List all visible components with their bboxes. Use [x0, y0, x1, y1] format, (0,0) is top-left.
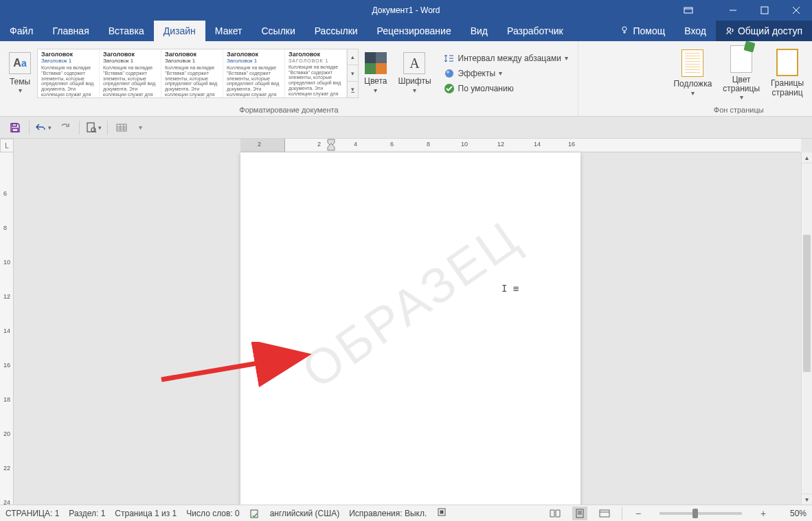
status-macro[interactable] [436, 507, 447, 520]
watermark-icon [681, 49, 703, 77]
customize-qat-button[interactable]: ▾ [135, 119, 145, 136]
save-button[interactable] [7, 119, 23, 136]
quick-access-toolbar: ▾ ▾ ▾ [0, 117, 812, 139]
zoom-slider-handle[interactable] [692, 509, 698, 518]
status-word-count[interactable]: Число слов: 0 [186, 509, 239, 518]
set-default-button[interactable]: По умолчанию [441, 82, 571, 95]
watermark-button[interactable]: Подложка ▾ [668, 45, 717, 102]
checkmark-icon [444, 83, 455, 94]
zoom-level[interactable]: 50% [779, 509, 807, 518]
style-thumb[interactable]: ЗаголовокЗаголовок 1Коллекция на вкладке… [38, 49, 100, 97]
fonts-icon: A [403, 52, 425, 74]
tab-insert[interactable]: Вставка [99, 21, 154, 41]
style-thumb[interactable]: ЗаголовокЗаголовок 1Коллекция на вкладке… [223, 49, 285, 97]
fonts-label: Шрифты [398, 77, 431, 86]
tell-me-label: Помощ [633, 25, 665, 36]
maximize-button[interactable] [749, 0, 780, 21]
themes-button[interactable]: Aa Темы ▾ [3, 45, 37, 102]
group-label-formatting: Форматирование документа [3, 104, 575, 116]
page-borders-button[interactable]: Границы страниц [765, 45, 809, 102]
web-layout-button[interactable] [597, 507, 612, 520]
document-page[interactable]: ОБРАЗЕЦ I ≡ [240, 152, 580, 521]
style-set-gallery[interactable]: ЗаголовокЗаголовок 1Коллекция на вкладке… [37, 49, 359, 98]
scroll-up-button[interactable]: ▴ [802, 152, 812, 163]
dropdown-icon: ▾ [374, 86, 377, 94]
tab-mailings[interactable]: Рассылки [305, 21, 368, 41]
dropdown-icon: ▾ [19, 86, 22, 94]
close-button[interactable] [780, 0, 812, 21]
gallery-down-button[interactable]: ▾ [348, 65, 358, 82]
svg-rect-0 [684, 8, 692, 13]
tell-me-search[interactable]: Помощ [611, 21, 675, 41]
zoom-in-button[interactable]: + [757, 507, 769, 520]
ruler-corner[interactable]: L [0, 139, 14, 152]
fonts-button[interactable]: A Шрифты ▾ [392, 45, 436, 102]
paragraph-spacing-label: Интервал между абзацами [458, 54, 561, 63]
title-bar: Документ1 - Word [0, 0, 812, 21]
dropdown-icon: ▾ [691, 89, 695, 97]
svg-point-5 [447, 71, 449, 73]
status-page-of[interactable]: Страница 1 из 1 [115, 509, 177, 518]
tab-view[interactable]: Вид [461, 21, 497, 41]
gallery-scroll: ▴ ▾ ▾̲ [348, 49, 359, 98]
indent-marker-icon[interactable] [326, 139, 336, 151]
watermark-text: ОБРАЗЕЦ [291, 209, 530, 399]
zoom-out-button[interactable]: − [632, 507, 644, 520]
insert-table-button[interactable] [113, 119, 130, 136]
colors-button[interactable]: Цвета ▾ [359, 45, 392, 102]
paragraph-spacing-button[interactable]: Интервал между абзацами ▾ [441, 51, 571, 65]
dropdown-icon: ▾ [740, 93, 743, 101]
minimize-button[interactable] [717, 0, 749, 21]
style-thumb[interactable]: ЗаголовокЗАГОЛОВОК 1Коллекция на вкладке… [285, 49, 347, 97]
status-section[interactable]: Раздел: 1 [69, 509, 105, 518]
effects-icon [444, 68, 455, 79]
svg-rect-1 [761, 7, 768, 14]
horizontal-ruler[interactable]: 2 2 4 6 8 10 12 14 16 [240, 139, 801, 152]
ribbon-display-options[interactable] [675, 0, 702, 21]
dropdown-icon: ▾ [413, 86, 416, 94]
tab-home[interactable]: Главная [43, 21, 98, 41]
status-bar: СТРАНИЦА: 1 Раздел: 1 Страница 1 из 1 Чи… [0, 505, 812, 521]
vertical-scrollbar[interactable]: ▴ ▾ [801, 152, 812, 505]
dropdown-icon: ▾ [565, 54, 568, 62]
tab-developer[interactable]: Разработчик [497, 21, 573, 41]
svg-rect-19 [576, 509, 583, 518]
svg-point-3 [727, 28, 730, 32]
style-thumb[interactable]: ЗаголовокЗаголовок 1Коллекция на вкладке… [100, 49, 161, 97]
tab-file[interactable]: Файл [0, 21, 43, 41]
ribbon: Aa Темы ▾ ЗаголовокЗаголовок 1Коллекция … [0, 41, 812, 117]
read-mode-button[interactable] [548, 507, 563, 520]
page-borders-icon [776, 49, 798, 76]
redo-button[interactable] [57, 119, 74, 136]
text-cursor-icon: I ≡ [501, 283, 519, 294]
status-page[interactable]: СТРАНИЦА: 1 [5, 509, 59, 518]
document-area: L 2 2 4 6 8 10 12 14 16 6 8 10 12 14 16 … [0, 139, 812, 505]
print-preview-button[interactable]: ▾ [85, 119, 102, 136]
status-spellcheck[interactable] [249, 508, 260, 519]
svg-point-4 [445, 69, 453, 78]
svg-rect-8 [12, 128, 18, 132]
effects-button[interactable]: Эффекты ▾ [441, 67, 571, 80]
scrollbar-thumb[interactable] [803, 235, 811, 372]
status-language[interactable]: английский (США) [270, 509, 339, 518]
vertical-ruler[interactable]: 6 8 10 12 14 16 18 20 22 24 [0, 152, 14, 505]
page-color-button[interactable]: Цвет страницы ▾ [717, 45, 765, 102]
style-thumb[interactable]: ЗаголовокЗаголовок 1Коллекция на вкладке… [161, 49, 223, 97]
tab-design[interactable]: Дизайн [154, 21, 205, 41]
sign-in-button[interactable]: Вход [675, 21, 716, 41]
gallery-more-button[interactable]: ▾̲ [348, 82, 358, 97]
tab-references[interactable]: Ссылки [251, 21, 304, 41]
zoom-slider[interactable] [659, 512, 742, 515]
gallery-up-button[interactable]: ▴ [348, 49, 358, 66]
window-controls [717, 0, 812, 21]
scroll-down-button[interactable]: ▾ [802, 494, 812, 505]
tab-layout[interactable]: Макет [205, 21, 252, 41]
share-label: Общий доступ [738, 25, 802, 36]
tab-review[interactable]: Рецензирование [368, 21, 461, 41]
undo-button[interactable]: ▾ [35, 119, 52, 136]
print-layout-button[interactable] [572, 507, 587, 520]
share-button[interactable]: Общий доступ [716, 21, 812, 41]
group-label-page-background: Фон страницы [668, 104, 809, 116]
svg-rect-18 [440, 511, 443, 513]
status-track-changes[interactable]: Исправления: Выкл. [349, 509, 427, 518]
